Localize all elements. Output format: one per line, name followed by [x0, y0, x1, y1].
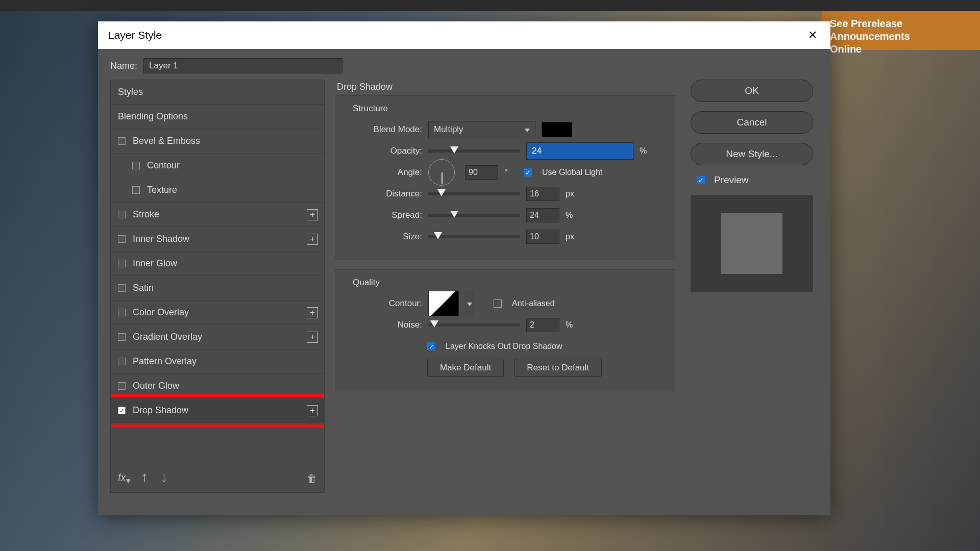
- style-checkbox[interactable]: [132, 186, 140, 194]
- style-checkbox[interactable]: [118, 407, 126, 414]
- name-label: Name:: [110, 61, 137, 71]
- noise-slider[interactable]: [428, 323, 520, 327]
- style-item-pattern-overlay[interactable]: Pattern Overlay: [111, 349, 324, 374]
- size-input[interactable]: [526, 230, 559, 244]
- style-checkbox[interactable]: [118, 235, 126, 243]
- style-item-label: Texture: [147, 185, 177, 195]
- style-item-texture[interactable]: Texture: [111, 178, 324, 203]
- anti-aliased-label: Anti-aliased: [512, 299, 555, 308]
- close-button[interactable]: ✕: [805, 26, 820, 45]
- global-light-checkbox[interactable]: [524, 168, 532, 177]
- opacity-input[interactable]: [526, 142, 633, 160]
- blend-mode-value: Multiply: [434, 124, 463, 135]
- style-checkbox[interactable]: [118, 382, 126, 390]
- style-item-inner-glow[interactable]: Inner Glow: [111, 252, 324, 276]
- style-item-label: Bevel & Emboss: [133, 136, 200, 146]
- style-checkbox[interactable]: [118, 309, 126, 316]
- style-checkbox[interactable]: [118, 137, 126, 145]
- add-instance-icon[interactable]: +: [307, 307, 318, 318]
- size-unit: px: [566, 232, 579, 241]
- chevron-down-icon: [525, 124, 530, 135]
- style-item-inner-shadow[interactable]: Inner Shadow+: [111, 227, 324, 252]
- layer-name-input[interactable]: [143, 58, 342, 73]
- style-item-drop-shadow[interactable]: Drop Shadow+: [111, 398, 324, 423]
- noise-input[interactable]: [526, 318, 559, 332]
- angle-label: Angle:: [346, 167, 422, 178]
- style-item-color-overlay[interactable]: Color Overlay+: [111, 300, 324, 325]
- add-instance-icon[interactable]: +: [307, 332, 318, 343]
- style-checkbox[interactable]: [118, 284, 126, 292]
- style-item-label: Satin: [133, 283, 154, 293]
- anti-aliased-checkbox[interactable]: [494, 299, 502, 308]
- noise-label: Noise:: [346, 320, 422, 330]
- ok-button[interactable]: OK: [691, 80, 813, 102]
- spread-slider[interactable]: [428, 214, 520, 217]
- chevron-down-icon: [467, 299, 472, 308]
- move-up-icon[interactable]: 🡑: [140, 473, 150, 485]
- angle-input[interactable]: [465, 165, 498, 180]
- styles-header[interactable]: Styles: [111, 80, 324, 105]
- spread-input[interactable]: [526, 208, 559, 222]
- add-instance-icon[interactable]: +: [307, 234, 318, 245]
- prerelease-banner[interactable]: See Prerelease Announcements Online: [822, 11, 980, 50]
- style-item-label: Contour: [147, 160, 180, 171]
- style-item-bevel-emboss[interactable]: Bevel & Emboss: [111, 129, 324, 154]
- style-item-label: Gradient Overlay: [133, 332, 202, 342]
- style-item-contour[interactable]: Contour: [111, 154, 324, 178]
- dialog-titlebar: Layer Style ✕: [98, 21, 830, 49]
- preview-label: Preview: [714, 174, 749, 186]
- noise-unit: %: [566, 320, 579, 330]
- preview-inner: [721, 213, 782, 274]
- shadow-color-swatch[interactable]: [542, 122, 572, 137]
- styles-sidebar: StylesBlending OptionsBevel & EmbossCont…: [110, 80, 325, 493]
- group-quality: Quality Contour: Anti-aliased Noise: %: [335, 269, 675, 391]
- blending-options-header[interactable]: Blending Options: [111, 105, 324, 129]
- style-item-label: Drop Shadow: [133, 405, 188, 416]
- style-item-label: Color Overlay: [133, 307, 189, 318]
- distance-label: Distance:: [346, 189, 422, 199]
- contour-dropdown[interactable]: [465, 291, 474, 316]
- move-down-icon[interactable]: 🡓: [159, 473, 169, 485]
- make-default-button[interactable]: Make Default: [427, 359, 504, 377]
- style-checkbox[interactable]: [118, 358, 126, 365]
- style-item-stroke[interactable]: Stroke+: [111, 203, 324, 227]
- new-style-button[interactable]: New Style...: [691, 143, 813, 165]
- angle-dial[interactable]: [428, 159, 455, 186]
- style-item-satin[interactable]: Satin: [111, 276, 324, 300]
- contour-preset[interactable]: [428, 291, 459, 316]
- prerelease-line1: See Prerelease Announcements: [830, 17, 972, 43]
- style-item-label: Inner Glow: [133, 258, 177, 269]
- trash-icon[interactable]: 🗑: [307, 473, 317, 485]
- add-instance-icon[interactable]: +: [307, 209, 318, 220]
- style-item-label: Stroke: [133, 209, 159, 220]
- distance-slider[interactable]: [428, 192, 520, 195]
- style-checkbox[interactable]: [118, 333, 126, 341]
- size-slider[interactable]: [428, 235, 520, 238]
- spread-label: Spread:: [346, 210, 422, 220]
- opacity-slider[interactable]: [428, 149, 520, 153]
- style-checkbox[interactable]: [118, 260, 126, 267]
- distance-input[interactable]: [526, 187, 559, 201]
- preview-checkbox[interactable]: [697, 176, 705, 184]
- style-item-label: Pattern Overlay: [133, 356, 197, 367]
- effect-panel: Drop Shadow Structure Blend Mode: Multip…: [335, 80, 675, 493]
- blend-mode-select[interactable]: Multiply: [428, 121, 535, 138]
- dialog-title: Layer Style: [108, 29, 162, 41]
- style-checkbox[interactable]: [132, 162, 140, 169]
- prerelease-line2: Online: [830, 43, 972, 56]
- add-instance-icon[interactable]: +: [307, 405, 318, 416]
- reset-default-button[interactable]: Reset to Default: [514, 359, 602, 377]
- opacity-unit: %: [640, 146, 653, 156]
- style-checkbox[interactable]: [118, 211, 126, 218]
- angle-unit: °: [504, 168, 518, 177]
- blend-mode-label: Blend Mode:: [346, 124, 422, 135]
- knockout-checkbox[interactable]: [427, 342, 435, 350]
- distance-unit: px: [566, 189, 579, 198]
- group-quality-label: Quality: [350, 278, 383, 288]
- style-item-gradient-overlay[interactable]: Gradient Overlay+: [111, 325, 324, 349]
- style-item-outer-glow[interactable]: Outer Glow: [111, 374, 324, 398]
- contour-label: Contour:: [346, 298, 422, 309]
- styles-footer: fx▾ 🡑 🡓 🗑: [111, 465, 324, 492]
- fx-icon[interactable]: fx▾: [118, 472, 131, 486]
- cancel-button[interactable]: Cancel: [691, 111, 813, 134]
